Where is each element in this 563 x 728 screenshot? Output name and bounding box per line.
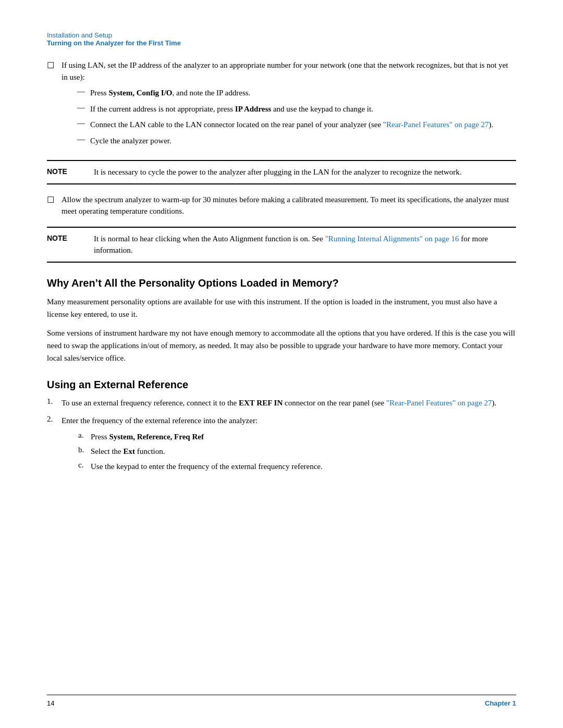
section1-heading: Why Aren’t All the Personality Options L… xyxy=(47,277,516,289)
sub-item-1d: — Cycle the analyzer power. xyxy=(77,135,516,147)
note-text-2: It is normal to hear clicking when the A… xyxy=(94,233,516,256)
running-alignments-link[interactable]: "Running Internal Alignments" on page 16 xyxy=(325,235,459,243)
note-label-2: NOTE xyxy=(47,233,94,242)
alpha-label-a: a. xyxy=(78,431,91,440)
checkbox-icon-2: ☐ xyxy=(47,195,54,205)
dash-icon: — xyxy=(77,135,85,144)
number-2: 2. xyxy=(47,415,62,424)
alpha-label-c: c. xyxy=(78,461,91,470)
bullet-item-2: ☐ Allow the spectrum analyzer to warm-up… xyxy=(47,194,516,217)
bullet-item-1: ☐ If using LAN, set the IP address of th… xyxy=(47,59,516,151)
bullet1-text: If using LAN, set the IP address of the … xyxy=(62,61,508,81)
note-box-1: NOTE It is necessary to cycle the power … xyxy=(47,160,516,184)
note-label-1: NOTE xyxy=(47,166,94,176)
numbered-item-1: 1. To use an external frequency referenc… xyxy=(47,397,516,409)
breadcrumb-line2: Turning on the Analyzer for the First Ti… xyxy=(47,39,516,47)
numbered-text-1: To use an external frequency reference, … xyxy=(62,397,496,409)
numbered-text-2: Enter the frequency of the external refe… xyxy=(62,416,258,425)
footer-chapter: Chapter 1 xyxy=(485,699,516,707)
dash-icon: — xyxy=(77,119,85,128)
alpha-item-b: b. Select the Ext function. xyxy=(78,446,323,458)
alpha-item-a: a. Press System, Reference, Freq Ref xyxy=(78,431,323,443)
number-1: 1. xyxy=(47,397,62,406)
dash-icon: — xyxy=(77,103,85,112)
checkbox-icon: ☐ xyxy=(47,60,54,70)
sub-item-1a: — Press System, Config I/O, and note the… xyxy=(77,87,516,99)
section2-heading: Using an External Reference xyxy=(47,379,516,391)
footer-page-number: 14 xyxy=(47,699,54,707)
alpha-text-c: Use the keypad to enter the frequency of… xyxy=(91,461,323,473)
section1-para2: Some versions of instrument hardware my … xyxy=(47,327,516,364)
alpha-text-a: Press System, Reference, Freq Ref xyxy=(91,431,204,443)
sub-text-1a: Press System, Config I/O, and note the I… xyxy=(90,87,250,99)
sub-item-1c: — Connect the LAN cable to the LAN conne… xyxy=(77,119,516,131)
note-text-1: It is necessary to cycle the power to th… xyxy=(94,166,516,178)
alpha-item-c: c. Use the keypad to enter the frequency… xyxy=(78,461,323,473)
alpha-text-b: Select the Ext function. xyxy=(91,446,165,458)
sub-items-1: — Press System, Config I/O, and note the… xyxy=(77,87,516,146)
alpha-items: a. Press System, Reference, Freq Ref b. … xyxy=(78,431,323,473)
rear-panel-link-1[interactable]: "Rear-Panel Features" on page 27 xyxy=(383,120,489,129)
footer: 14 Chapter 1 xyxy=(47,695,516,707)
breadcrumb: Installation and Setup Turning on the An… xyxy=(47,31,516,47)
section1-para1: Many measurement personality options are… xyxy=(47,295,516,320)
rear-panel-link-2[interactable]: "Rear-Panel Features" on page 27 xyxy=(386,399,492,407)
breadcrumb-line1: Installation and Setup xyxy=(47,31,516,39)
alpha-label-b: b. xyxy=(78,446,91,454)
sub-text-1c: Connect the LAN cable to the LAN connect… xyxy=(90,119,493,131)
sub-text-1b: If the current address is not appropriat… xyxy=(90,103,373,115)
sub-item-1b: — If the current address is not appropri… xyxy=(77,103,516,115)
dash-icon: — xyxy=(77,87,85,96)
page: Installation and Setup Turning on the An… xyxy=(0,0,563,728)
note-box-2: NOTE It is normal to hear clicking when … xyxy=(47,227,516,263)
numbered-item-2: 2. Enter the frequency of the external r… xyxy=(47,415,516,475)
bullet2-text: Allow the spectrum analyzer to warm-up f… xyxy=(62,194,516,217)
sub-text-1d: Cycle the analyzer power. xyxy=(90,135,172,147)
